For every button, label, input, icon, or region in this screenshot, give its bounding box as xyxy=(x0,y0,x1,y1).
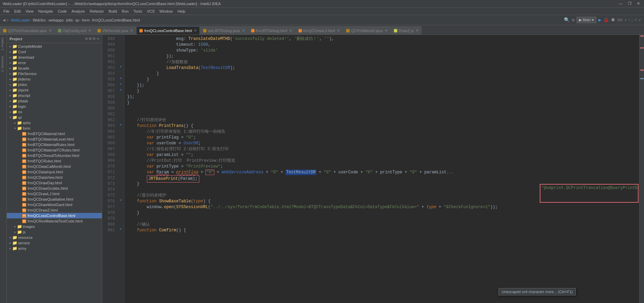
tree-item[interactable]: HfrmBTQCMaterial.html xyxy=(7,131,102,136)
breadcrumb-webloader[interactable]: WebLoader xyxy=(11,18,30,22)
tree-item[interactable]: ▾📁form xyxy=(7,126,102,131)
tree-item[interactable]: ▸📁download xyxy=(7,55,102,60)
tab-close-tab1[interactable]: ✕ xyxy=(49,29,51,32)
menu-item-navigate[interactable]: Navigate xyxy=(36,9,55,14)
menu-item-code[interactable]: Code xyxy=(56,9,69,14)
tab-tab6[interactable]: frmJRTDebug.html✕ xyxy=(248,26,295,34)
menu-item-build[interactable]: Build xyxy=(107,9,119,14)
maximize-button[interactable]: ❐ xyxy=(627,1,633,6)
tab-close-tab5[interactable]: ✕ xyxy=(242,29,245,32)
menu-item-help[interactable]: Help xyxy=(175,9,187,14)
minimize-button[interactable]: — xyxy=(617,1,624,6)
tree-item[interactable]: ▸📁Conf xyxy=(7,49,102,55)
tree-item[interactable]: ▸📁CompileModel xyxy=(7,44,102,49)
project-tool-expand[interactable]: ⊞ xyxy=(89,36,91,41)
menu-item-run[interactable]: Run xyxy=(120,9,131,14)
tab-tab8[interactable]: QCPrintMonth.java✕ xyxy=(343,26,390,34)
tab-close-tab3[interactable]: ✕ xyxy=(130,29,133,32)
tab-tab7[interactable]: frmQCDrawLJ.html✕ xyxy=(295,26,343,34)
toolbar-icon-forward[interactable]: ▶ xyxy=(7,17,10,23)
tab-close-tab8[interactable]: ✕ xyxy=(385,29,387,32)
tree-item[interactable]: HfrmQCDrawZ.html xyxy=(7,207,102,213)
tree-item[interactable]: ▸📁js xyxy=(7,229,102,235)
tree-icon: 📁 xyxy=(12,44,17,49)
breadcrumb-webapps[interactable]: webapps xyxy=(49,18,64,22)
tab-close-tab4[interactable]: ✕ xyxy=(194,29,197,32)
tree-item[interactable]: ▸📁images xyxy=(7,224,102,229)
tree-item[interactable]: HfrmQCDrawWestGard.html xyxy=(7,202,102,207)
settings-icon[interactable]: ⚙ xyxy=(572,17,574,23)
tree-item[interactable]: HfrmBTQCMaterialLevel.html xyxy=(7,136,102,142)
gutter-line-968 xyxy=(118,151,124,157)
tree-item[interactable]: HfrmBTQCRules.html xyxy=(7,158,102,164)
breadcrumb-qc[interactable]: qc xyxy=(76,18,80,22)
tree-item[interactable]: ▾📁qc xyxy=(7,115,102,120)
project-tool-close[interactable]: ✕ xyxy=(97,36,99,41)
menu-item-file[interactable]: File xyxy=(1,9,12,14)
tab-tab4[interactable]: frmQCLossControlBase.html✕ xyxy=(136,26,200,34)
tab-close-tab7[interactable]: ✕ xyxy=(337,29,340,32)
breadcrumb-file[interactable]: frmQCLossControlBase.html xyxy=(92,18,140,22)
menu-item-vcs[interactable]: VCS xyxy=(145,9,157,14)
tree-item[interactable]: ▸📁service xyxy=(7,240,102,246)
tree-item[interactable]: ▸📁FileService xyxy=(7,71,102,76)
tab-close-tab6[interactable]: ✕ xyxy=(289,29,292,32)
tab-tab9[interactable]: DrawZ.js✕ xyxy=(391,26,421,34)
breadcrumb-form[interactable]: form xyxy=(82,18,90,22)
tree-item[interactable]: HfrmQCDrawQualitative.html xyxy=(7,197,102,202)
toolbar-icon-back[interactable]: ◀ xyxy=(3,17,5,23)
run-config-button[interactable]: ▶ Main ▾ xyxy=(577,17,596,23)
tree-item[interactable]: HfrmQCDataView.html xyxy=(7,175,102,180)
code-line-960 xyxy=(127,106,637,112)
debug-button[interactable]: 🐞 xyxy=(603,17,609,23)
menu-item-view[interactable]: View xyxy=(24,9,36,14)
side-tab-project[interactable]: 1: Project xyxy=(0,35,6,53)
tree-item[interactable]: HfrmQCDataCalMonth.html xyxy=(7,164,102,169)
tab-tab1[interactable]: QCPrintTrancation.java✕ xyxy=(0,26,55,34)
tree-item[interactable]: ▸📁mi xyxy=(7,109,102,115)
menu-item-window[interactable]: Window xyxy=(157,9,175,14)
menu-item-refactor[interactable]: Refactor xyxy=(88,9,106,14)
side-tab-structure[interactable]: 2: Structure xyxy=(0,53,6,75)
breadcrumb-websrc[interactable]: WebSrc xyxy=(33,18,46,22)
tree-item[interactable]: ▸📁facade xyxy=(7,66,102,71)
tree-item[interactable]: ▸📁jrtscript xyxy=(7,93,102,98)
tree-item[interactable]: ▸📁jrtdoc xyxy=(7,82,102,87)
tree-item[interactable]: HfrmQCResMaterialTestCode.html xyxy=(7,218,102,224)
gutter-line-978 xyxy=(118,209,124,215)
tree-item[interactable]: ▸📁jrttask xyxy=(7,98,102,104)
tab-tab5[interactable]: ashJRTDebug.java✕ xyxy=(200,26,247,34)
search-everywhere-icon[interactable]: 🔍 xyxy=(564,17,570,23)
tab-close-tab2[interactable]: ✕ xyxy=(88,29,91,32)
breadcrumb-jrtlis[interactable]: jrtlis xyxy=(66,18,73,22)
tree-item[interactable]: HfrmQCLossControlBase.html xyxy=(7,213,102,218)
tab-tab3[interactable]: VMService.java✕ xyxy=(94,26,136,34)
tree-item[interactable]: HfrmQCDrawLJ.html xyxy=(7,191,102,197)
menu-item-edit[interactable]: Edit xyxy=(12,9,23,14)
tree-item[interactable]: HfrmQCDrawDay.html xyxy=(7,180,102,186)
menu-item-tools[interactable]: Tools xyxy=(131,9,144,14)
tab-tab2[interactable]: ObjConfig.xml✕ xyxy=(55,26,94,34)
tree-item[interactable]: ▸📁error xyxy=(7,60,102,66)
project-tool-collapse[interactable]: ⊟ xyxy=(93,36,95,41)
tree-item[interactable]: ▸📁login xyxy=(7,104,102,109)
tree-item[interactable]: HfrmQCDataInput.html xyxy=(7,169,102,175)
tree-item[interactable]: ▸📁resource xyxy=(7,235,102,240)
run-button[interactable]: ▶ xyxy=(598,17,601,23)
project-tool-cog[interactable]: ⚙ xyxy=(85,36,88,41)
close-button[interactable]: ✕ xyxy=(635,1,641,6)
tree-item[interactable]: ▸📁jrtdemo xyxy=(7,76,102,82)
code-line-972: JRTBasePrint(Param); xyxy=(127,175,637,181)
stop-button[interactable]: ⏹ xyxy=(611,17,615,23)
menu-item-analyze[interactable]: Analyze xyxy=(70,9,87,14)
tree-item[interactable]: ▸📁jrtprint xyxy=(7,87,102,93)
tree-item[interactable]: HfrmBTQCResultToNumber.html xyxy=(7,153,102,158)
tree-item[interactable]: HfrmBTQCMaterialTCRules.html xyxy=(7,147,102,153)
tree-item[interactable]: HfrmQCDrawGrubbs.html xyxy=(7,186,102,191)
code-content[interactable]: msg: TranslateDateMTHD('successfully del… xyxy=(124,35,639,303)
tree-icon: 📁 xyxy=(12,77,17,82)
tree-item[interactable]: HfrmBTQCMaterialRules.html xyxy=(7,142,102,147)
tree-item[interactable]: ▸📁ashx xyxy=(7,120,102,126)
tree-item[interactable]: ▸📁army xyxy=(7,246,102,251)
tab-close-tab9[interactable]: ✕ xyxy=(416,29,418,32)
